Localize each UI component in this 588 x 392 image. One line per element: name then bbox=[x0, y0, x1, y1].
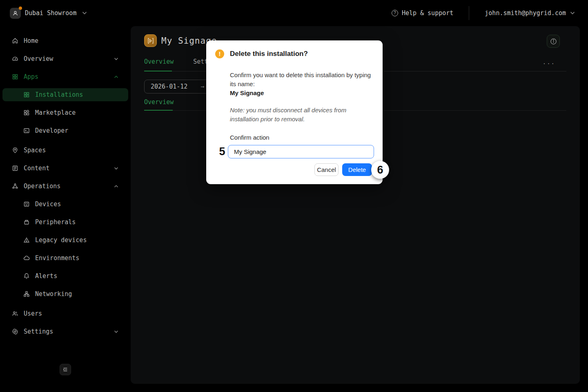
map-pin-icon bbox=[11, 147, 18, 154]
sidebar-item-alerts[interactable]: Alerts bbox=[2, 270, 128, 283]
sidebar-item-overview[interactable]: Overview bbox=[2, 52, 128, 65]
sidebar-item-marketplace[interactable]: Marketplace bbox=[2, 106, 128, 119]
sidebar-item-label: Users bbox=[24, 310, 42, 317]
modal-body-text: Confirm you want to delete this installa… bbox=[230, 71, 374, 98]
sidebar-item-peripherals[interactable]: Peripherals bbox=[2, 216, 128, 229]
annotation-step-6: 6 bbox=[371, 161, 389, 179]
arrow-right-icon: → bbox=[200, 83, 204, 90]
chevron-down-icon bbox=[114, 167, 118, 170]
sidebar-item-networking[interactable]: Networking bbox=[2, 287, 128, 301]
sidebar-item-operations[interactable]: Operations bbox=[2, 180, 128, 193]
info-button[interactable] bbox=[547, 35, 560, 48]
marketplace-icon bbox=[23, 109, 30, 116]
sidebar-item-label: Operations bbox=[24, 183, 60, 190]
top-bar: Dubai Showroom ? Help & support john.smi… bbox=[0, 0, 588, 26]
sidebar-item-label: Settings bbox=[24, 328, 53, 335]
delete-confirmation-modal: ! Delete this installation? Confirm you … bbox=[206, 40, 383, 184]
sidebar-item-settings[interactable]: Settings bbox=[2, 325, 128, 338]
modal-title: Delete this installation? bbox=[230, 50, 308, 58]
sidebar-item-label: Content bbox=[24, 165, 49, 172]
sidebar-item-label: Peripherals bbox=[35, 218, 76, 226]
gear-icon bbox=[11, 328, 18, 335]
sidebar-item-label: Networking bbox=[35, 290, 72, 298]
terminal-icon bbox=[23, 127, 30, 134]
sidebar-item-apps[interactable]: Apps bbox=[2, 70, 128, 83]
help-support-button[interactable]: ? Help & support bbox=[392, 9, 453, 17]
chevron-up-icon bbox=[114, 76, 118, 78]
sidebar-item-environments[interactable]: Environments bbox=[2, 252, 128, 265]
confirm-name-input[interactable] bbox=[228, 145, 374, 158]
sidebar-item-label: Installations bbox=[35, 91, 83, 98]
sidebar-item-devices[interactable]: Devices bbox=[2, 198, 128, 211]
sidebar-item-installations[interactable]: Installations bbox=[2, 88, 128, 101]
cloud-icon bbox=[23, 255, 30, 262]
chevron-down-icon bbox=[570, 11, 575, 15]
sidebar-item-label: Apps bbox=[24, 73, 38, 80]
sidebar-item-users[interactable]: Users bbox=[2, 307, 128, 320]
sidebar-item-label: Legacy devices bbox=[35, 236, 87, 244]
sidebar-nav: Home Overview Apps Installations Marketp… bbox=[0, 26, 131, 384]
sidebar-item-legacy-devices[interactable]: Legacy devices bbox=[2, 234, 128, 247]
more-actions-button[interactable]: ... bbox=[543, 59, 555, 65]
sidebar-item-content[interactable]: Content bbox=[2, 162, 128, 175]
device-icon bbox=[23, 201, 30, 208]
home-icon bbox=[11, 38, 18, 45]
user-email: john.smith@phygrid.com bbox=[485, 9, 566, 17]
help-label: Help & support bbox=[402, 9, 453, 17]
apps-grid-icon bbox=[11, 74, 18, 80]
warning-icon: ! bbox=[215, 49, 224, 58]
content-list-icon bbox=[11, 165, 18, 172]
sidebar-item-developer[interactable]: Developer bbox=[2, 124, 128, 137]
chevron-up-icon bbox=[114, 185, 118, 188]
org-switcher[interactable]: Dubai Showroom bbox=[10, 8, 87, 19]
gauge-icon bbox=[11, 56, 18, 62]
installation-name: My Signage bbox=[230, 89, 374, 98]
section-title: Overview bbox=[144, 98, 174, 106]
modal-note: Note: you must disconnect all devices fr… bbox=[230, 106, 375, 124]
operations-network-icon bbox=[11, 183, 18, 190]
confirm-action-label: Confirm action bbox=[230, 134, 270, 141]
peripheral-icon bbox=[23, 219, 30, 226]
users-icon bbox=[11, 310, 18, 317]
org-name: Dubai Showroom bbox=[25, 9, 76, 17]
sidebar-item-spaces[interactable]: Spaces bbox=[2, 144, 128, 157]
topbar-divider bbox=[469, 6, 469, 20]
question-circle-icon: ? bbox=[392, 10, 398, 16]
confirm-instruction: Confirm you want to delete this installa… bbox=[230, 71, 371, 87]
chevron-down-icon bbox=[114, 330, 118, 333]
tab-overview[interactable]: Overview bbox=[144, 58, 174, 71]
chevron-down-icon bbox=[82, 11, 87, 15]
installations-grid-icon bbox=[23, 91, 30, 98]
section-underline bbox=[144, 110, 173, 111]
signage-app-icon bbox=[144, 34, 157, 47]
chevron-down-icon bbox=[114, 58, 118, 60]
bell-icon bbox=[23, 273, 30, 280]
org-avatar-icon bbox=[10, 8, 21, 19]
annotation-step-5: 5 bbox=[217, 145, 227, 158]
sidebar-item-label: Spaces bbox=[24, 147, 46, 154]
notification-dot bbox=[19, 7, 22, 10]
sidebar-item-label: Home bbox=[24, 37, 38, 45]
sidebar-item-label: Alerts bbox=[35, 272, 57, 280]
active-tab-underline bbox=[144, 71, 172, 71]
network-hierarchy-icon bbox=[23, 291, 30, 298]
warning-triangle-icon bbox=[23, 237, 30, 244]
sidebar-item-home[interactable]: Home bbox=[2, 34, 128, 47]
modal-buttons: Cancel Delete bbox=[314, 163, 372, 176]
sidebar-item-label: Marketplace bbox=[35, 109, 76, 116]
delete-button[interactable]: Delete bbox=[342, 163, 372, 176]
sidebar-item-label: Environments bbox=[35, 254, 79, 262]
sidebar-item-label: Overview bbox=[24, 55, 53, 62]
sidebar-collapse-button[interactable] bbox=[60, 364, 71, 375]
account-menu[interactable]: john.smith@phygrid.com bbox=[485, 9, 575, 17]
date-value: 2026-01-12 bbox=[151, 83, 187, 90]
cancel-button[interactable]: Cancel bbox=[314, 163, 339, 176]
sidebar-item-label: Developer bbox=[35, 127, 68, 134]
sidebar-item-label: Devices bbox=[35, 200, 61, 208]
